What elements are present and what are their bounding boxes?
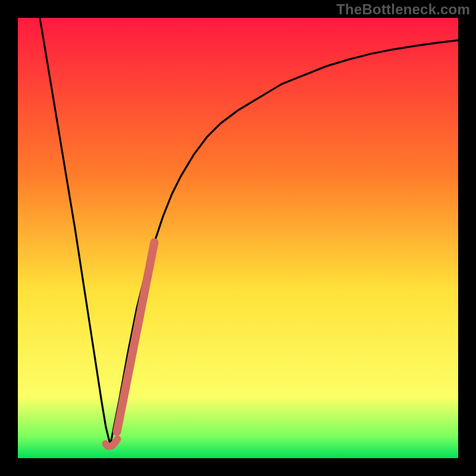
border-left — [0, 0, 18, 476]
border-bottom — [0, 458, 476, 476]
watermark-text: TheBottleneck.com — [336, 1, 470, 18]
bottleneck-chart — [0, 0, 476, 476]
chart-frame: { "watermark": "TheBottleneck.com", "col… — [0, 0, 476, 476]
border-right — [458, 0, 476, 476]
gradient-background — [18, 18, 458, 458]
